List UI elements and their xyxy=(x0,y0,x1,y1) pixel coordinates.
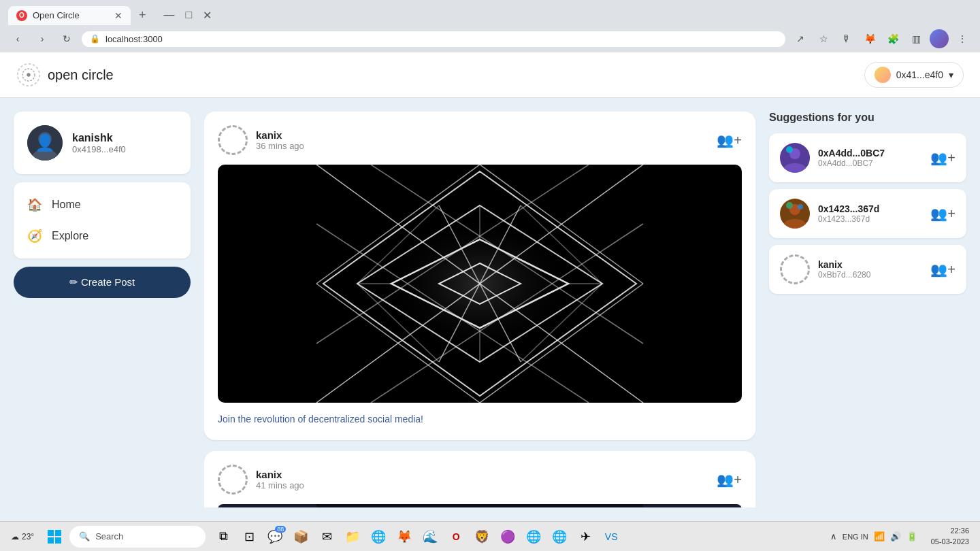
post-author-name: kanix xyxy=(256,129,304,141)
back-button[interactable]: ‹ xyxy=(8,29,27,48)
suggestions-title: Suggestions for you xyxy=(769,112,966,124)
search-label: Search xyxy=(95,531,123,541)
nav-explore[interactable]: 🧭 Explore xyxy=(14,220,191,252)
extension-fox-icon[interactable]: 🦊 xyxy=(860,29,879,48)
post-author: kanix 36 mins ago xyxy=(218,125,304,155)
post-image-art xyxy=(218,165,742,403)
nav-home-label: Home xyxy=(52,199,81,211)
edge-app[interactable]: 🌊 xyxy=(418,524,442,549)
feed: kanix 36 mins ago 👥+ xyxy=(204,112,755,507)
taskbar-apps: ⧉ ⊡ 💬 88 📦 ✉ 📁 🌐 🦊 🌊 O 🦁 🟣 🌐 🌐 ✈ VS xyxy=(211,524,623,549)
suggestion-info-2: 0x1423...367d 0x1423...367d xyxy=(818,203,922,224)
suggestion-avatar-2 xyxy=(780,199,810,229)
app-header: open circle 0x41...e4f0 ▾ xyxy=(0,52,980,98)
post-header-2: kanix 41 mins ago 👥+ xyxy=(218,465,742,495)
tab-title: Open Circle xyxy=(33,10,80,20)
nav-home[interactable]: 🏠 Home xyxy=(14,189,191,220)
close-button[interactable]: ✕ xyxy=(199,9,216,22)
search-icon: 🔍 xyxy=(79,531,90,541)
sidebar-icon[interactable]: ▥ xyxy=(906,29,926,48)
nav-explore-label: Explore xyxy=(52,230,88,242)
suggestion-avatar-1 xyxy=(780,143,810,173)
post-card-2: kanix 41 mins ago 👥+ xyxy=(204,451,755,507)
reload-button[interactable]: ↻ xyxy=(57,29,76,48)
wallet-avatar xyxy=(875,67,891,83)
post-card: kanix 36 mins ago 👥+ xyxy=(204,112,755,440)
forward-button[interactable]: › xyxy=(33,29,52,48)
browser-toolbar-right: ↗ ☆ 🎙 🦊 🧩 ▥ ⋮ xyxy=(791,29,972,48)
minimize-button[interactable]: — xyxy=(160,9,179,22)
chat-app[interactable]: 💬 88 xyxy=(263,524,287,549)
suggestion-name-2: 0x1423...367d xyxy=(818,203,922,214)
user-avatar xyxy=(27,125,63,161)
chrome3-app[interactable]: 🌐 xyxy=(547,524,572,549)
taskbar-weather: ☁ 23° xyxy=(5,532,39,541)
new-tab-button[interactable]: + xyxy=(133,5,152,25)
mail-app[interactable]: ✉ xyxy=(314,524,339,549)
taskbar: ☁ 23° 🔍 Search ⧉ ⊡ 💬 88 📦 ✉ 📁 🌐 🦊 🌊 O 🦁 … xyxy=(0,521,980,551)
share-icon[interactable]: ↗ xyxy=(791,29,810,48)
wallet-dropdown-icon: ▾ xyxy=(949,69,953,80)
maximize-button[interactable]: □ xyxy=(182,9,197,22)
explore-icon: 🧭 xyxy=(27,229,42,244)
browser-controls: ‹ › ↻ 🔒 localhost:3000 ↗ ☆ 🎙 🦊 🧩 ▥ ⋮ xyxy=(0,25,980,52)
profile-info: kanishk 0x4198...e4f0 xyxy=(72,132,126,154)
suggestion-address-2: 0x1423...367d xyxy=(818,214,922,224)
suggestion-follow-button-3[interactable]: 👥+ xyxy=(930,261,956,278)
post-text: Join the revolution of decentralized soc… xyxy=(218,412,742,427)
browser-tab[interactable]: O Open Circle ✕ xyxy=(8,6,131,25)
dropbox-app[interactable]: 📦 xyxy=(289,524,313,549)
tab-close-button[interactable]: ✕ xyxy=(114,10,122,21)
firefox-app[interactable]: 🦊 xyxy=(392,524,416,549)
menu-icon[interactable]: ⋮ xyxy=(953,29,972,48)
tor-app[interactable]: 🟣 xyxy=(495,524,520,549)
svg-rect-43 xyxy=(55,530,61,536)
vscode-app[interactable]: VS xyxy=(599,524,623,549)
suggestion-card-1: 0xA4dd...0BC7 0xA4dd...0BC7 👥+ xyxy=(769,133,966,182)
suggestion-follow-button-2[interactable]: 👥+ xyxy=(930,205,956,222)
suggestion-name-3: kanix xyxy=(818,259,922,270)
start-button[interactable] xyxy=(42,524,67,549)
logo-text: open circle xyxy=(48,67,114,83)
nav-card: 🏠 Home 🧭 Explore xyxy=(14,182,191,258)
browser-chrome: O Open Circle ✕ + — □ ✕ ‹ › ↻ 🔒 localhos… xyxy=(0,0,980,52)
create-post-button[interactable]: ✏ Create Post xyxy=(14,267,191,298)
svg-rect-45 xyxy=(55,537,61,544)
post-author-avatar xyxy=(218,125,248,155)
svg-rect-42 xyxy=(48,530,54,536)
follow-icon-2: 👥+ xyxy=(717,471,742,488)
address-bar[interactable]: 🔒 localhost:3000 xyxy=(82,31,785,47)
browser-profile[interactable] xyxy=(930,29,949,48)
svg-point-41 xyxy=(798,204,803,210)
lang-indicator: ENG IN xyxy=(843,533,868,541)
mic-icon[interactable]: 🎙 xyxy=(837,29,856,48)
weather-icon: ☁ xyxy=(11,532,19,541)
suggestion-address-3: 0xBb7d...6280 xyxy=(818,270,922,280)
follow-button-2[interactable]: 👥+ xyxy=(717,471,742,488)
widgets-app[interactable]: ⊡ xyxy=(237,524,261,549)
suggestion-follow-button-1[interactable]: 👥+ xyxy=(930,150,956,166)
follow-button[interactable]: 👥+ xyxy=(717,132,742,148)
svg-rect-44 xyxy=(48,537,54,544)
bookmark-icon[interactable]: ☆ xyxy=(814,29,833,48)
wallet-button[interactable]: 0x41...e4f0 ▾ xyxy=(864,62,964,88)
lock-icon: 🔒 xyxy=(90,34,100,44)
task-view-app[interactable]: ⧉ xyxy=(211,524,235,549)
post-time-2: 41 mins ago xyxy=(256,480,304,490)
suggestion-info-1: 0xA4dd...0BC7 0xA4dd...0BC7 xyxy=(818,148,922,168)
tray-arrow-icon[interactable]: ∧ xyxy=(830,531,837,541)
suggestion-card-3: kanix 0xBb7d...6280 👥+ xyxy=(769,245,966,294)
taskbar-search[interactable]: 🔍 Search xyxy=(69,526,206,548)
opera-app[interactable]: O xyxy=(444,524,468,549)
clock-time: 22:36 xyxy=(950,526,969,536)
explorer-app[interactable]: 📁 xyxy=(340,524,365,549)
brave-app[interactable]: 🦁 xyxy=(470,524,494,549)
telegram-app[interactable]: ✈ xyxy=(573,524,598,549)
puzzle-icon[interactable]: 🧩 xyxy=(883,29,902,48)
logo-icon xyxy=(16,63,41,87)
battery-icon: 🔋 xyxy=(906,531,917,541)
suggestion-address-1: 0xA4dd...0BC7 xyxy=(818,158,922,168)
main-content: kanishk 0x4198...e4f0 🏠 Home 🧭 Explore ✏… xyxy=(0,98,980,521)
chrome-app[interactable]: 🌐 xyxy=(366,524,391,549)
chrome2-app[interactable]: 🌐 xyxy=(521,524,546,549)
